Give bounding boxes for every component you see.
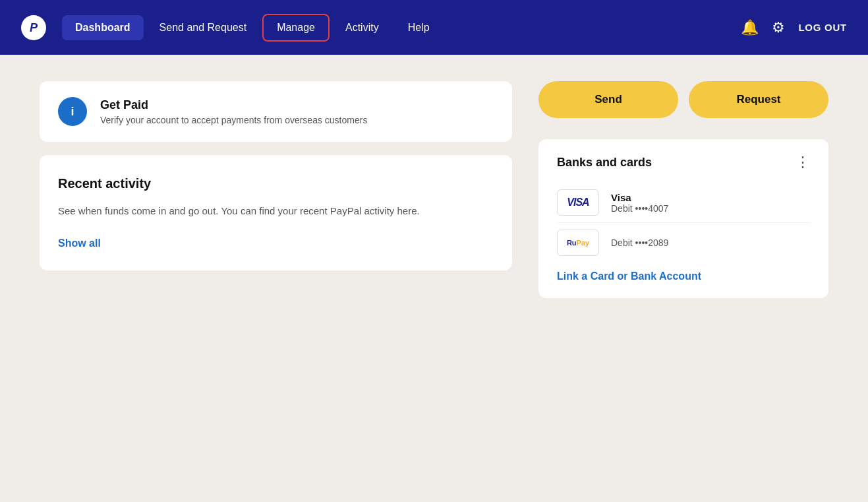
- rupay-logo: RuPay: [557, 230, 599, 256]
- get-paid-description: Verify your account to accept payments f…: [100, 115, 367, 125]
- bell-icon[interactable]: 🔔: [741, 19, 759, 36]
- request-button[interactable]: Request: [689, 81, 828, 118]
- banks-cards-title: Banks and cards: [557, 156, 652, 170]
- get-paid-card: i Get Paid Verify your account to accept…: [40, 81, 512, 142]
- svg-text:P: P: [30, 21, 38, 34]
- nav-activity[interactable]: Activity: [332, 15, 392, 40]
- get-paid-title: Get Paid: [100, 98, 367, 112]
- nav-items: Dashboard Send and Request Manage Activi…: [62, 14, 741, 42]
- recent-activity-title: Recent activity: [58, 176, 494, 191]
- send-button[interactable]: Send: [538, 81, 678, 118]
- main-content: i Get Paid Verify your account to accept…: [0, 55, 868, 502]
- rupay-card-item: RuPay Debit ••••2089: [557, 223, 810, 263]
- visa-card-details: Visa Debit ••••4007: [611, 192, 668, 214]
- recent-activity-card: Recent activity See when funds come in a…: [40, 155, 512, 270]
- visa-card-detail: Debit ••••4007: [611, 203, 668, 214]
- recent-activity-description: See when funds come in and go out. You c…: [58, 203, 494, 219]
- visa-logo-text: VISA: [567, 197, 589, 208]
- left-column: i Get Paid Verify your account to accept…: [40, 81, 512, 476]
- gear-icon[interactable]: ⚙: [772, 19, 785, 36]
- visa-card-item: VISA Visa Debit ••••4007: [557, 183, 810, 223]
- rupay-logo-text: RuPay: [567, 239, 589, 247]
- get-paid-text: Get Paid Verify your account to accept p…: [100, 98, 367, 125]
- nav-right: 🔔 ⚙ LOG OUT: [741, 19, 847, 36]
- visa-logo: VISA: [557, 189, 599, 216]
- show-all-link[interactable]: Show all: [58, 237, 101, 249]
- link-account-button[interactable]: Link a Card or Bank Account: [557, 270, 701, 282]
- right-column: Send Request Banks and cards ⋮ VISA Visa…: [512, 81, 828, 476]
- navbar: P Dashboard Send and Request Manage Acti…: [0, 0, 868, 55]
- rupay-card-details: Debit ••••2089: [611, 237, 668, 248]
- nav-dashboard[interactable]: Dashboard: [62, 15, 144, 40]
- nav-manage[interactable]: Manage: [262, 14, 330, 42]
- action-buttons: Send Request: [538, 81, 828, 118]
- paypal-logo[interactable]: P: [21, 15, 46, 40]
- banks-cards-section: Banks and cards ⋮ VISA Visa Debit ••••40…: [538, 139, 828, 298]
- info-icon: i: [71, 105, 74, 119]
- info-icon-wrap: i: [58, 97, 87, 126]
- banks-cards-header: Banks and cards ⋮: [557, 155, 810, 170]
- visa-card-name: Visa: [611, 192, 668, 203]
- nav-send-request[interactable]: Send and Request: [146, 15, 260, 40]
- more-options-icon[interactable]: ⋮: [796, 155, 810, 170]
- nav-help[interactable]: Help: [395, 15, 443, 40]
- logout-button[interactable]: LOG OUT: [798, 22, 847, 33]
- rupay-card-detail: Debit ••••2089: [611, 237, 668, 248]
